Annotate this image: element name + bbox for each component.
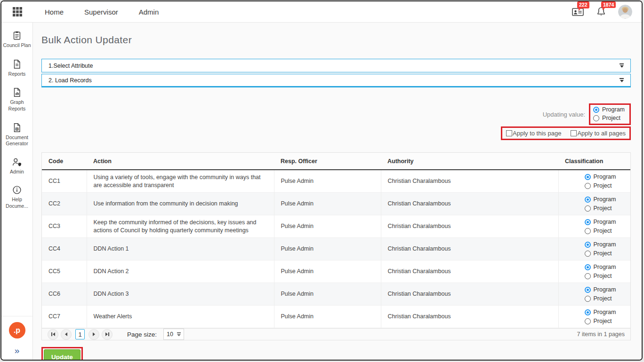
user-avatar[interactable] — [618, 5, 632, 19]
current-page-button[interactable]: 1 — [75, 329, 85, 339]
row-radio-project[interactable]: Project — [585, 317, 624, 325]
update-row: Update — [41, 347, 631, 361]
radio-label: Program — [594, 218, 616, 226]
row-radio-program[interactable]: Program — [585, 196, 624, 203]
info-icon — [12, 185, 22, 195]
table-row: CC4 DDN Action 1 Pulse Admin Christian C… — [42, 238, 630, 260]
row-radio-project[interactable]: Project — [585, 205, 624, 212]
cell-action: DDN Action 1 — [87, 238, 274, 260]
radio-label: Project — [594, 317, 612, 325]
checkbox-icon — [571, 130, 577, 136]
cell-resp-officer: Pulse Admin — [274, 238, 381, 260]
row-radio-project[interactable]: Project — [585, 250, 624, 257]
sidebar-footer: .p » — [1, 316, 32, 360]
pager-summary: 7 items in 1 pages — [577, 331, 625, 338]
chevron-down-icon — [620, 78, 624, 82]
radio-label: Project — [594, 205, 612, 212]
radio-label: Program — [594, 286, 616, 293]
page-size-label: Page size: — [127, 331, 157, 338]
notifications-button[interactable]: 1874 — [596, 6, 607, 18]
radio-label: Program — [594, 173, 616, 181]
radio-icon — [585, 273, 591, 279]
cell-code: CC5 — [42, 260, 87, 283]
updating-radio-project[interactable]: Project — [593, 114, 625, 122]
apply-options-group: Apply to this page Apply to all pages — [501, 126, 631, 140]
sidebar-item-admin[interactable]: Admin — [2, 157, 32, 175]
row-radio-program[interactable]: Program — [585, 173, 624, 181]
updating-value-label: Updating value: — [543, 111, 585, 118]
sidebar-item-document-generator[interactable]: w Document Generator — [2, 122, 32, 147]
row-radio-project[interactable]: Project — [585, 295, 624, 302]
page-size-dropdown[interactable]: 10 — [163, 329, 184, 340]
radio-icon — [585, 251, 591, 257]
row-radio-program[interactable]: Program — [585, 218, 624, 226]
body-row: Council Plan Reports — [1, 23, 642, 360]
apply-this-page-checkbox[interactable]: Apply to this page — [506, 130, 561, 137]
cell-code: CC2 — [42, 193, 87, 215]
row-radio-program[interactable]: Program — [585, 241, 624, 248]
sidebar-item-reports[interactable]: Reports — [2, 59, 32, 78]
previous-page-button[interactable] — [61, 329, 72, 340]
cell-code: CC6 — [42, 283, 87, 306]
sidebar-item-council-plan[interactable]: Council Plan — [2, 30, 32, 49]
nav-supervisor[interactable]: Supervisor — [84, 8, 118, 16]
radio-label: Program — [594, 196, 616, 203]
cell-classification: Program Project — [558, 283, 630, 306]
notifications-badge: 1874 — [601, 1, 616, 8]
top-nav: Home Supervisor Admin — [45, 8, 159, 16]
nav-admin[interactable]: Admin — [139, 8, 159, 16]
row-radio-program[interactable]: Program — [585, 263, 624, 271]
table-row: CC5 DDN Action 2 Pulse Admin Christian C… — [42, 260, 630, 283]
next-page-button[interactable] — [89, 329, 99, 340]
actions-table: Code Action Resp. Officer Authority Clas… — [41, 152, 631, 328]
radio-label: Program — [594, 241, 616, 248]
contacts-badge: 222 — [577, 1, 589, 8]
row-radio-program[interactable]: Program — [585, 308, 624, 316]
updating-radio-program[interactable]: Program — [593, 106, 625, 113]
radio-label: Project — [594, 295, 612, 302]
apply-all-pages-checkbox[interactable]: Apply to all pages — [571, 130, 626, 137]
update-button[interactable]: Update — [44, 349, 80, 361]
cell-action: Weather Alerts — [87, 306, 274, 328]
load-records-panel[interactable]: 2. Load Records — [41, 74, 631, 87]
cell-authority: Christian Charalambous — [381, 283, 558, 306]
cell-authority: Christian Charalambous — [381, 193, 558, 215]
sidebar-expand-chevron[interactable]: » — [15, 346, 20, 355]
panel-label: 2. Load Records — [48, 77, 92, 84]
radio-icon — [585, 183, 591, 189]
app-grid-icon[interactable] — [12, 6, 23, 17]
cell-authority: Christian Charalambous — [381, 306, 558, 328]
radio-label: Project — [594, 227, 612, 235]
sidebar-label: Graph Reports — [2, 99, 32, 112]
sidebar-item-help-documentation[interactable]: Help Docume... — [2, 185, 32, 209]
table-row: CC3 Keep the community informed of the d… — [42, 215, 630, 238]
radio-icon — [585, 242, 591, 248]
row-radio-project[interactable]: Project — [585, 182, 624, 189]
row-radio-program[interactable]: Program — [585, 286, 624, 293]
last-page-button[interactable] — [102, 329, 113, 340]
top-bar: Home Supervisor Admin 222 18 — [1, 1, 642, 23]
table-row: CC2 Use information from the community i… — [42, 193, 630, 215]
radio-icon — [593, 107, 599, 113]
main-content: Bulk Action Updater 1.Select Attribute 2… — [33, 23, 642, 360]
panel-label: 1.Select Attribute — [48, 63, 93, 69]
radio-icon — [585, 296, 591, 302]
select-attribute-panel[interactable]: 1.Select Attribute — [41, 59, 631, 72]
contacts-button[interactable]: 222 — [572, 6, 584, 17]
chevron-down-icon — [177, 332, 181, 336]
row-radio-project[interactable]: Project — [585, 272, 624, 280]
radio-label: Project — [594, 182, 612, 189]
radio-icon — [585, 197, 591, 203]
nav-home[interactable]: Home — [45, 8, 64, 16]
cell-action: Using a variety of tools, engage with th… — [87, 170, 274, 193]
sidebar-item-graph-reports[interactable]: Graph Reports — [2, 87, 32, 112]
radio-icon — [585, 219, 591, 225]
checkbox-label: Apply to this page — [513, 130, 561, 137]
cell-action: Use information from the community in de… — [87, 193, 274, 215]
row-radio-project[interactable]: Project — [585, 227, 624, 235]
page-title: Bulk Action Updater — [41, 34, 631, 46]
pagination-bar: 1 Page size: 10 7 items in 1 pages — [41, 328, 631, 340]
table-header-row: Code Action Resp. Officer Authority Clas… — [42, 153, 630, 170]
pulse-logo[interactable]: .p — [9, 322, 25, 338]
first-page-button[interactable] — [48, 329, 58, 340]
